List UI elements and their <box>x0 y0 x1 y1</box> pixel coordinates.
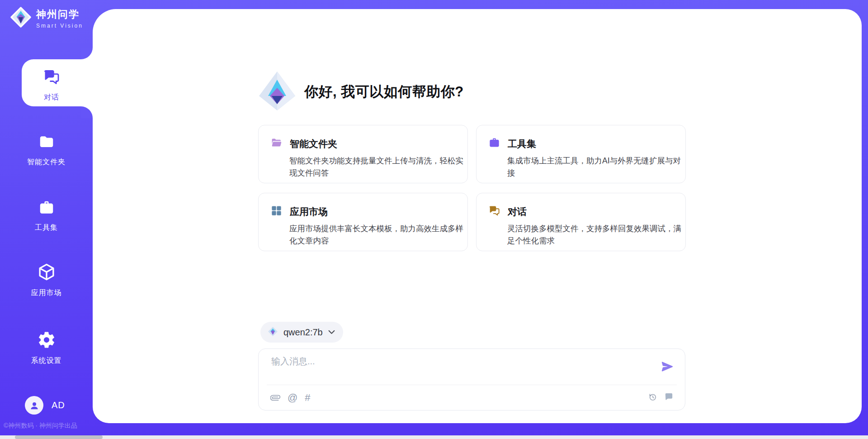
card-description: 智能文件夹功能支持批量文件上传与清洗，轻松实现文件问答 <box>289 155 468 179</box>
model-diamond-icon <box>268 326 278 339</box>
chat-bubbles-icon <box>42 68 61 88</box>
card-smart-folder[interactable]: 智能文件夹 智能文件夹功能支持批量文件上传与清洗，轻松实现文件问答 <box>258 125 468 183</box>
card-title: 工具集 <box>508 138 536 150</box>
paperclip-icon[interactable] <box>270 393 280 403</box>
greeting-text: 你好, 我可以如何帮助你? <box>304 82 464 101</box>
grid-icon <box>270 205 283 219</box>
sidebar-item-label: 工具集 <box>35 223 58 233</box>
greeting-block: 你好, 我可以如何帮助你? <box>258 71 464 113</box>
message-input[interactable] <box>271 355 656 381</box>
copyright: ©神州数码 · 神州问学出品 <box>4 422 77 430</box>
sidebar-item-settings[interactable]: 系统设置 <box>0 330 93 366</box>
card-description: 灵活切换多模型文件，支持多样回复效果调试，满足个性化需求 <box>507 223 686 247</box>
composer-divider <box>267 385 677 385</box>
model-name: qwen2:7b <box>283 327 323 338</box>
card-chat[interactable]: 对话 灵活切换多模型文件，支持多样回复效果调试，满足个性化需求 <box>476 193 686 251</box>
active-nav-fillet-top <box>81 48 93 59</box>
sidebar-item-label: 对话 <box>44 93 59 102</box>
horizontal-scrollbar <box>0 435 868 439</box>
avatar <box>25 396 43 415</box>
card-description: 集成市场上主流工具，助力AI与外界无缝扩展与对接 <box>507 155 686 179</box>
sidebar-item-toolset[interactable]: 工具集 <box>0 199 93 233</box>
brand-subtitle: Smart Vision <box>36 23 83 29</box>
mention-icon[interactable]: @ <box>288 392 297 404</box>
sidebar-item-chat[interactable]: 对话 <box>11 68 92 102</box>
sidebar-item-label: 应用市场 <box>31 288 62 298</box>
folder-icon <box>38 134 55 153</box>
cube-icon <box>37 262 56 283</box>
send-icon[interactable] <box>660 360 674 373</box>
card-app-market[interactable]: 应用市场 应用市场提供丰富长文本模板，助力高效生成多样化文章内容 <box>258 193 468 251</box>
folder-open-icon <box>270 137 283 151</box>
brand-name: 神州问学 <box>36 8 83 21</box>
user-account[interactable]: AD <box>25 396 65 415</box>
card-toolset[interactable]: 工具集 集成市场上主流工具，助力AI与外界无缝扩展与对接 <box>476 125 686 183</box>
card-description: 应用市场提供丰富长文本模板，助力高效生成多样化文章内容 <box>289 223 468 247</box>
briefcase-icon <box>488 137 500 151</box>
assistant-diamond-icon <box>258 71 296 113</box>
hash-icon[interactable]: # <box>305 392 310 404</box>
active-nav-fillet-bottom <box>81 106 93 118</box>
sidebar-item-app-market[interactable]: 应用市场 <box>0 262 93 298</box>
card-title: 智能文件夹 <box>290 138 337 150</box>
message-composer: @ # <box>258 348 685 410</box>
model-selector[interactable]: qwen2:7b <box>260 322 343 343</box>
sidebar-item-smart-folder[interactable]: 智能文件夹 <box>0 134 93 167</box>
card-title: 对话 <box>508 205 527 218</box>
horizontal-scrollbar-thumb[interactable] <box>15 435 103 439</box>
brand-diamond-icon <box>10 6 32 30</box>
user-name: AD <box>52 400 65 410</box>
gear-icon <box>37 330 56 351</box>
brand-logo: 神州问学 Smart Vision <box>10 6 83 30</box>
chevron-down-icon <box>328 328 335 336</box>
briefcase-icon <box>38 199 55 218</box>
sidebar-item-label: 系统设置 <box>31 356 62 366</box>
card-title: 应用市场 <box>290 205 328 218</box>
sidebar-item-label: 智能文件夹 <box>27 157 66 167</box>
history-icon[interactable] <box>648 392 657 402</box>
chat-bubbles-icon <box>488 205 500 219</box>
chat-bubble-icon[interactable] <box>664 392 674 402</box>
